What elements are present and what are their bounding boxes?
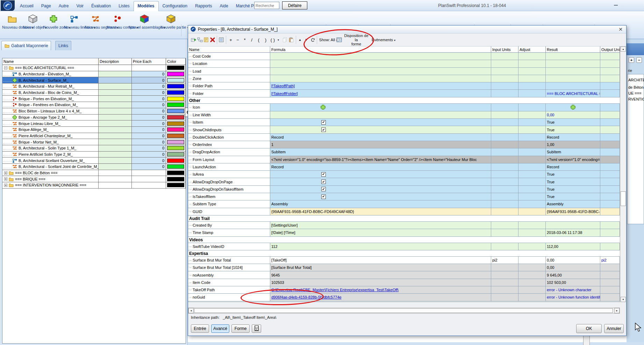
entree-button[interactable]: Entrée <box>191 324 209 333</box>
prop-formula[interactable] <box>270 104 491 111</box>
tree-cell-color[interactable] <box>166 133 186 139</box>
prop-formula[interactable]: [\Settings\User] <box>270 222 491 229</box>
tree-cell-color[interactable] <box>166 96 186 102</box>
prop-output-units[interactable] <box>600 294 620 301</box>
tree-row-brique[interactable]: +=== BRIQUE === <box>2 176 186 182</box>
prop-adjust[interactable] <box>518 294 546 301</box>
ok-button[interactable]: OK <box>576 324 602 333</box>
prop-column-header-output-units[interactable]: Output Units <box>600 46 620 53</box>
tree-cell-color[interactable] <box>166 120 186 127</box>
prop-output-units[interactable] <box>600 134 620 141</box>
nouveau-dossier-button[interactable]: Nouveau dossier ▾ <box>2 12 22 30</box>
prop-formula[interactable]: ✔ <box>270 126 491 133</box>
checkbox-checked-icon[interactable]: ✔ <box>321 127 326 132</box>
prop-adjust[interactable] <box>518 104 546 111</box>
tree-column-header-description[interactable]: Description <box>99 58 132 65</box>
tree-column-header-name[interactable]: Name <box>2 58 99 65</box>
prop-name[interactable]: IsTakeoffItem <box>188 193 270 200</box>
prop-adjust[interactable] <box>518 200 546 208</box>
tree-cell-price[interactable]: 0 <box>132 102 166 108</box>
prop-input-units[interactable] <box>491 141 518 148</box>
prop-input-units[interactable] <box>491 148 518 156</box>
prop-adjust[interactable] <box>518 186 546 193</box>
avance-button[interactable]: Avancé <box>211 324 229 333</box>
prop-output-units[interactable] <box>600 200 620 208</box>
prop-name[interactable]: Item Code <box>188 279 270 286</box>
prop-column-header-formula[interactable]: Formula <box>270 46 491 53</box>
prop-name[interactable]: OrderIndex <box>188 141 270 148</box>
prop-name[interactable]: IsItem <box>188 119 270 126</box>
tree-cell-price[interactable]: 0 <box>132 71 166 78</box>
prop-formula[interactable]: ✔ <box>270 119 491 126</box>
menu-item-voir[interactable]: Voir <box>72 1 87 11</box>
tree-cell-price[interactable] <box>132 176 166 182</box>
edit-property-icon[interactable] <box>203 36 209 44</box>
background-scrollbar-fragment[interactable] <box>583 336 590 345</box>
prop-input-units[interactable] <box>491 75 518 82</box>
tree-row-b-architectural-mur-retrait-m[interactable]: B, Architectural - Mur Retrait_M_0 <box>2 83 186 90</box>
prop-formula[interactable] <box>270 75 491 82</box>
tree-cell-price[interactable]: 0 <box>132 164 166 170</box>
move-up-icon[interactable]: ▲ <box>297 36 303 44</box>
tree-row-brique-mortar-net-m[interactable]: Brique - Mortar Net_M_0 <box>2 139 186 145</box>
prop-input-units[interactable] <box>491 111 518 119</box>
tree-cell-description[interactable] <box>99 170 132 176</box>
prop-adjust[interactable] <box>518 90 546 97</box>
prop-input-units[interactable] <box>491 208 518 215</box>
tree-cell-color[interactable] <box>166 139 186 145</box>
prop-name[interactable]: AllowDragDropOnTakeoffItem <box>188 186 270 193</box>
prop-name[interactable]: AllowDragDropOnPage <box>188 178 270 185</box>
zoom-in-button-fragment[interactable]: + <box>629 57 634 63</box>
show-filter-dropdown[interactable]: Show: All ▾ <box>318 36 338 44</box>
copy-icon[interactable] <box>282 36 288 44</box>
prop-column-header-input-units[interactable]: Input Units <box>491 46 518 53</box>
prop-adjust[interactable] <box>518 111 546 119</box>
prop-formula[interactable]: ✔ <box>270 178 491 185</box>
prop-adjust[interactable] <box>518 271 546 279</box>
prop-output-units[interactable] <box>600 126 620 133</box>
nouveau-segment-button[interactable]: Nouveau segment ▾ <box>85 12 106 30</box>
paste-icon[interactable] <box>288 36 294 44</box>
tree-row-b-architectural-bloc-de-coins-m[interactable]: B, Architectural - Bloc de Coins_M_0 <box>2 90 186 96</box>
scroll-down-icon[interactable]: ▼ <box>621 297 626 302</box>
tree-row-b-architectural-scellant-ouverture-m[interactable]: B, Architectural Scellant Ouverture_M_0 <box>2 157 186 164</box>
menu-item-aide[interactable]: Aide <box>216 1 232 11</box>
prop-input-units[interactable] <box>491 243 518 250</box>
prop-column-header-name[interactable]: Name <box>188 46 270 53</box>
tree-cell-price[interactable]: 0 <box>132 90 166 96</box>
prop-name[interactable]: Folder <box>188 90 270 97</box>
prop-name[interactable]: TakeOff Path <box>188 286 270 294</box>
nouvelle-partie-button[interactable]: Nouvelle partie ▾ <box>160 12 181 30</box>
operator-button-1[interactable]: − <box>234 36 241 44</box>
prop-formula[interactable]: [Surface Brut Mur Total] <box>270 264 491 271</box>
prop-formula[interactable]: Assembly <box>270 200 491 208</box>
prop-output-units[interactable] <box>600 264 620 271</box>
tree-cell-color[interactable] <box>166 176 186 182</box>
operator-button-6[interactable]: ( ) <box>269 36 276 44</box>
tree-row-b-architectural-surface-m[interactable]: B, Architectural - Surface_M_0 <box>2 77 186 83</box>
annuler-button[interactable]: Annuler <box>604 324 624 333</box>
vertical-scrollbar[interactable]: ▲ ▼ <box>620 46 626 302</box>
form-layout-icon[interactable] <box>336 36 342 44</box>
prop-formula[interactable] <box>270 53 491 60</box>
tree-cell-color[interactable] <box>166 127 186 133</box>
prop-input-units[interactable] <box>491 222 518 229</box>
prop-adjust[interactable] <box>518 75 546 82</box>
prop-output-units[interactable] <box>600 104 620 111</box>
tree-expander-icon[interactable]: + <box>4 184 7 187</box>
menu-item-autre[interactable]: Autre <box>55 1 73 11</box>
tree-cell-price[interactable]: 0 <box>132 83 166 90</box>
tree-cell-description[interactable] <box>99 152 132 158</box>
prop-adjust[interactable] <box>518 163 546 171</box>
tree-cell-color[interactable] <box>166 170 186 176</box>
tree-cell-description[interactable] <box>99 108 132 115</box>
prop-name[interactable]: Time Stamp <box>188 229 270 236</box>
prop-name[interactable]: noAssembly <box>188 271 270 279</box>
prop-input-units[interactable] <box>491 171 518 178</box>
tree-cell-description[interactable] <box>99 120 132 127</box>
tree-row-brique-fen-tres-en-l-vation-m[interactable]: Brique - Fenêtres en Élévation_M_0 <box>2 102 186 108</box>
prop-name[interactable]: LaunchAction <box>188 163 270 171</box>
prop-adjust[interactable] <box>518 178 546 185</box>
undo-button[interactable]: Défaire <box>282 1 307 9</box>
prop-name[interactable]: Surface Brut Mur Total <box>188 257 270 264</box>
